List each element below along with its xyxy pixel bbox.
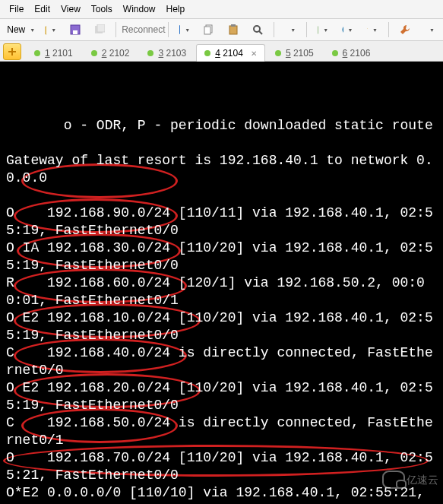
session-tab-2103[interactable]: 3 2103 — [139, 44, 195, 62]
terminal-settings-button[interactable]: ▼ — [174, 20, 195, 40]
chevron-down-icon: ▼ — [372, 27, 378, 33]
svg-rect-6 — [179, 25, 181, 34]
chevron-down-icon: ▼ — [348, 27, 353, 33]
printer-icon — [285, 24, 286, 35]
separator — [168, 22, 169, 37]
svg-point-12 — [254, 26, 260, 32]
close-tab-icon[interactable]: ✕ — [251, 49, 257, 58]
separator — [388, 22, 389, 37]
svg-rect-11 — [231, 24, 236, 27]
chevron-down-icon: ▼ — [290, 27, 296, 33]
tab-label: 2 2102 — [102, 48, 130, 59]
svg-rect-18 — [318, 25, 319, 27]
tabbar: 1 21012 21023 21034 2104✕5 21056 2106 — [0, 41, 443, 62]
separator — [274, 22, 274, 37]
status-dot-icon — [204, 50, 210, 56]
session-tab-2101[interactable]: 1 2101 — [26, 44, 81, 62]
tab-label: 1 2101 — [45, 48, 73, 59]
separator — [115, 22, 116, 37]
menu-help[interactable]: Help — [162, 2, 190, 16]
menu-tools[interactable]: Tools — [87, 2, 117, 16]
svg-line-13 — [259, 31, 262, 34]
watermark-logo-icon — [382, 471, 405, 489]
chevron-down-icon: ▼ — [429, 27, 435, 33]
plus-icon — [8, 48, 16, 55]
chevron-down-icon: ▼ — [323, 27, 328, 33]
tools-button[interactable] — [394, 20, 416, 40]
reconnect-label: Reconnect — [122, 24, 165, 35]
save-all-button[interactable] — [89, 20, 110, 40]
session-tab-2102[interactable]: 2 2102 — [83, 44, 138, 62]
copy-icon — [204, 24, 214, 35]
watermark: 亿速云 — [382, 471, 438, 489]
chevron-down-icon: ▼ — [185, 27, 190, 33]
network-button[interactable]: ▼ — [337, 20, 358, 40]
properties-icon — [318, 24, 319, 35]
folder-open-icon — [45, 24, 47, 35]
menu-edit[interactable]: Edit — [30, 2, 55, 16]
save-button[interactable] — [65, 20, 86, 40]
status-dot-icon — [91, 50, 97, 56]
save-all-icon — [94, 24, 105, 35]
watermark-text: 亿速云 — [407, 471, 438, 489]
terminal-lines: o - ODR, P - periodic downloaded static … — [6, 117, 437, 504]
svg-rect-3 — [73, 30, 78, 34]
new-button-label: New — [7, 24, 25, 35]
chevron-down-icon: ▼ — [30, 27, 35, 33]
find-button[interactable] — [247, 20, 268, 40]
tab-label: 3 2103 — [158, 48, 186, 59]
gear-icon — [424, 24, 426, 35]
session-tab-2104[interactable]: 4 2104✕ — [196, 44, 265, 62]
status-dot-icon — [275, 50, 281, 56]
reconnect-button[interactable]: Reconnect — [122, 20, 163, 40]
paste-button[interactable] — [223, 20, 244, 40]
wrench-icon — [400, 24, 410, 35]
menubar: File Edit View Tools Window Help — [0, 0, 443, 19]
svg-rect-9 — [204, 27, 210, 34]
session-tab-2106[interactable]: 6 2106 — [324, 44, 379, 62]
open-button[interactable]: ▼ — [40, 20, 62, 40]
globe-icon — [342, 24, 343, 35]
separator — [306, 22, 307, 37]
svg-rect-5 — [97, 24, 105, 32]
terminal-icon — [179, 25, 181, 34]
tab-label: 6 2106 — [343, 48, 371, 59]
menu-view[interactable]: View — [56, 2, 85, 16]
copy-button[interactable] — [198, 20, 220, 40]
svg-rect-10 — [229, 26, 237, 34]
print-button[interactable]: ▼ — [280, 20, 301, 40]
new-button[interactable]: New ▼ — [3, 20, 36, 40]
tab-label: 5 2105 — [286, 48, 314, 59]
svg-rect-17 — [318, 27, 319, 33]
new-tab-button[interactable] — [3, 43, 21, 60]
star-icon — [367, 24, 369, 35]
properties-button[interactable]: ▼ — [312, 20, 334, 40]
search-icon — [252, 24, 263, 35]
menu-file[interactable]: File — [5, 2, 28, 16]
chevron-down-icon: ▼ — [51, 27, 56, 33]
session-tab-2105[interactable]: 5 2105 — [267, 44, 322, 62]
paste-icon — [229, 24, 238, 35]
status-dot-icon — [147, 50, 153, 56]
terminal-output[interactable]: o - ODR, P - periodic downloaded static … — [0, 62, 443, 504]
menu-window[interactable]: Window — [119, 2, 160, 16]
options-button[interactable]: ▼ — [419, 20, 440, 40]
favorites-button[interactable]: ▼ — [362, 20, 383, 40]
toolbar: New ▼ ▼ Reconnect ▼ ▼ ▼ ▼ — [0, 19, 443, 41]
status-dot-icon — [34, 50, 40, 56]
status-dot-icon — [332, 50, 338, 56]
tab-label: 4 2104 — [215, 48, 243, 59]
save-icon — [70, 24, 81, 35]
